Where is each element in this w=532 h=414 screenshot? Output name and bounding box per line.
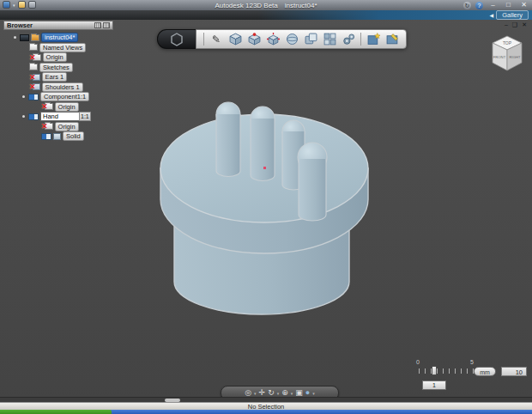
doc-close-icon[interactable]: ✕ bbox=[522, 21, 527, 28]
tree-label[interactable]: Sketches bbox=[39, 63, 73, 72]
hidden-x-icon: ✕ bbox=[41, 123, 48, 130]
maximize-button[interactable]: □ bbox=[503, 1, 514, 9]
tree-item-origin-3[interactable]: ✕ Origin bbox=[3, 122, 113, 132]
vertex-edit-button[interactable] bbox=[245, 31, 263, 47]
tree-item-solid[interactable]: Solid bbox=[3, 131, 113, 142]
image-edit-icon bbox=[386, 33, 399, 46]
snap-ruler[interactable] bbox=[419, 368, 477, 374]
start-button-edge[interactable] bbox=[0, 410, 112, 414]
viewcube-front-label[interactable]: FRONT bbox=[493, 55, 506, 59]
tree-item-hand-renaming[interactable]: 1:1 bbox=[3, 112, 113, 122]
help-icon[interactable]: ? bbox=[475, 2, 483, 9]
toolbar-separator bbox=[360, 33, 361, 46]
expand-bullet-icon[interactable] bbox=[22, 115, 25, 118]
gallery-back-icon[interactable]: ◀ bbox=[490, 12, 494, 18]
hidden-x-icon: ✕ bbox=[29, 83, 36, 90]
gears-button[interactable] bbox=[339, 31, 358, 47]
pen-icon: ✎ bbox=[212, 33, 221, 46]
viewcube-right-label[interactable]: RIGHT bbox=[509, 55, 520, 59]
units-button[interactable]: mm bbox=[474, 367, 496, 376]
tree-label[interactable]: Ears 1 bbox=[42, 72, 68, 82]
edit-image-button[interactable] bbox=[383, 31, 402, 47]
cube-vertex-icon bbox=[248, 33, 261, 46]
sketches-folder-icon bbox=[29, 64, 38, 70]
snap-max-label: 5 bbox=[470, 359, 474, 365]
sphere-tool-button[interactable] bbox=[282, 31, 301, 47]
tree-label-root[interactable]: instruct04* bbox=[41, 33, 78, 42]
browser-panel-title: Browser bbox=[7, 21, 33, 29]
tree-item-named-views[interactable]: Named Views bbox=[3, 43, 113, 53]
snap-slider-thumb[interactable] bbox=[432, 366, 437, 375]
doc-minimize-icon[interactable]: – bbox=[505, 21, 508, 28]
dropdown-icon[interactable]: ▾ bbox=[254, 391, 257, 396]
visibility-toggle-icon[interactable] bbox=[28, 94, 39, 100]
hexagon-icon bbox=[169, 32, 184, 47]
solid-body-icon bbox=[53, 133, 61, 140]
tree-label[interactable]: Origin bbox=[43, 52, 67, 62]
tree-item-component1[interactable]: Component1:1 bbox=[3, 92, 113, 102]
tree-item-origin-1[interactable]: ✕ Origin bbox=[3, 52, 113, 63]
tree-label[interactable]: Shoulders 1 bbox=[42, 82, 83, 92]
move-button[interactable] bbox=[263, 31, 282, 47]
viewcube-top-label[interactable]: TOP bbox=[503, 40, 512, 46]
expand-bullet-icon[interactable] bbox=[14, 36, 16, 39]
dropdown-icon[interactable]: ▾ bbox=[291, 391, 293, 396]
tree-item-sketches[interactable]: Sketches bbox=[3, 63, 113, 73]
sync-icon[interactable]: ↻ bbox=[463, 2, 471, 9]
gallery-button[interactable]: Gallery bbox=[496, 10, 529, 20]
hidden-x-icon: ✕ bbox=[29, 74, 36, 81]
doc-restore-icon[interactable]: ❑ bbox=[512, 21, 517, 28]
grid-panes-icon bbox=[323, 33, 336, 46]
cube-icon bbox=[229, 33, 242, 46]
primitive-cube-button[interactable] bbox=[226, 31, 245, 47]
panel-options-icon[interactable] bbox=[94, 22, 101, 28]
toolbar-separator bbox=[203, 33, 204, 46]
minimize-button[interactable]: – bbox=[487, 1, 499, 9]
pen-tool-button[interactable]: ✎ bbox=[207, 31, 226, 47]
sphere-icon bbox=[286, 33, 299, 46]
model-cylinder-brick[interactable] bbox=[153, 88, 378, 322]
window-title: Autodesk 123D Beta instruct04* bbox=[0, 0, 532, 10]
hexagon-menu-button[interactable] bbox=[157, 29, 196, 49]
pattern-button[interactable] bbox=[320, 31, 339, 47]
snap-value-box[interactable]: 1 bbox=[422, 381, 446, 390]
visibility-toggle-icon[interactable] bbox=[41, 133, 51, 140]
gears-icon bbox=[342, 33, 355, 46]
tree-label-suffix: 1:1 bbox=[79, 112, 91, 121]
hidden-x-icon: ✕ bbox=[29, 54, 36, 61]
origin-point[interactable] bbox=[263, 167, 266, 169]
tree-label[interactable]: Origin bbox=[55, 122, 79, 131]
tree-label[interactable]: Solid bbox=[63, 131, 84, 141]
main-toolbar: ✎ bbox=[157, 29, 407, 49]
close-button[interactable]: ✕ bbox=[518, 1, 529, 9]
tree-item-ears[interactable]: ✕ Ears 1 bbox=[3, 72, 113, 82]
visibility-checkbox-icon[interactable] bbox=[20, 34, 29, 41]
app-title: Autodesk 123D Beta bbox=[215, 2, 277, 9]
combine-button[interactable] bbox=[301, 31, 320, 47]
panel-float-icon[interactable] bbox=[103, 22, 110, 28]
tree-label[interactable]: Named Views bbox=[39, 43, 86, 52]
rename-input[interactable] bbox=[40, 112, 80, 121]
document-title: instruct04* bbox=[285, 2, 317, 9]
browser-tree: instruct04* Named Views ✕ Origin Sketche… bbox=[3, 30, 113, 142]
browser-panel-header[interactable]: Browser bbox=[3, 21, 113, 30]
tree-item-origin-2[interactable]: ✕ Origin bbox=[3, 102, 113, 113]
app-window: ▾ Autodesk 123D Beta instruct04* ↻ ? – □… bbox=[0, 0, 532, 414]
visibility-toggle-icon[interactable] bbox=[28, 113, 39, 120]
tree-label[interactable]: Origin bbox=[55, 102, 79, 112]
tree-item-shoulders[interactable]: ✕ Shoulders 1 bbox=[3, 82, 113, 93]
expand-bullet-icon[interactable] bbox=[22, 95, 25, 98]
tree-label[interactable]: Component1:1 bbox=[40, 92, 89, 101]
hidden-x-icon: ✕ bbox=[41, 103, 48, 110]
grid-size-field[interactable]: 10 bbox=[501, 367, 527, 376]
dropdown-icon[interactable]: ▾ bbox=[312, 391, 315, 396]
taskbar-edge[interactable] bbox=[0, 410, 532, 414]
assembly-folder-icon bbox=[31, 34, 39, 41]
gallery-bar: ◀ Gallery bbox=[490, 11, 529, 19]
new-3d-button[interactable] bbox=[364, 31, 383, 47]
dropdown-icon[interactable]: ▾ bbox=[277, 391, 280, 396]
named-views-folder-icon bbox=[29, 44, 38, 51]
view-cube[interactable]: TOP FRONT RIGHT bbox=[487, 33, 527, 79]
tree-item-root[interactable]: instruct04* bbox=[3, 33, 113, 43]
star-document-icon bbox=[367, 33, 380, 46]
